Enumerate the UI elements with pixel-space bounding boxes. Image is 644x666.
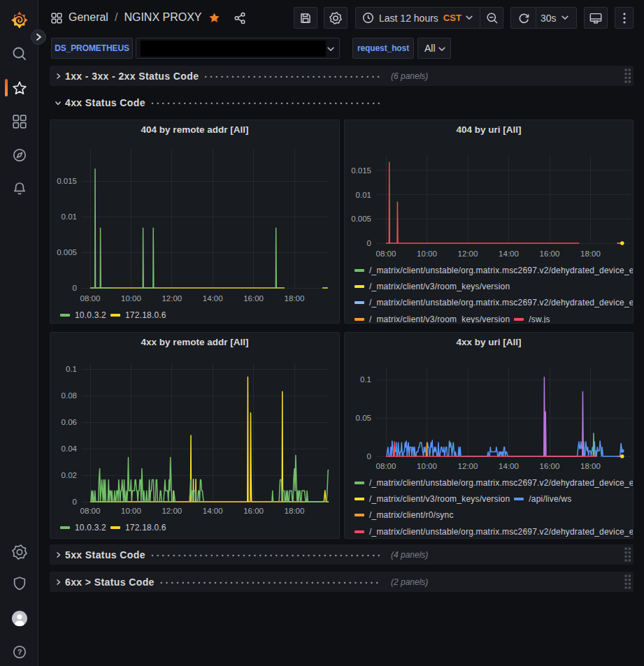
svg-text:16:00: 16:00 [540,249,560,258]
svg-text:16:00: 16:00 [540,462,560,470]
svg-text:0.05: 0.05 [356,414,371,422]
svg-text:08:00: 08:00 [80,294,101,303]
svg-text:0.1: 0.1 [360,375,371,384]
svg-text:08:00: 08:00 [376,249,396,258]
svg-text:0.01: 0.01 [62,212,77,221]
svg-text:08:00: 08:00 [80,507,101,515]
svg-text:16:00: 16:00 [243,294,264,303]
svg-text:0: 0 [367,239,371,247]
svg-text:08:00: 08:00 [376,462,396,470]
svg-text:0.04: 0.04 [62,444,78,453]
svg-text:14:00: 14:00 [499,249,519,258]
svg-text:14:00: 14:00 [203,294,223,303]
svg-text:0.02: 0.02 [62,471,77,479]
svg-text:0.01: 0.01 [356,191,371,199]
svg-text:0: 0 [73,498,77,506]
svg-text:18:00: 18:00 [580,462,601,470]
svg-text:18:00: 18:00 [580,249,601,258]
svg-text:14:00: 14:00 [499,462,519,470]
svg-text:0.015: 0.015 [57,177,77,185]
svg-text:0: 0 [367,452,371,461]
svg-text:10:00: 10:00 [417,249,437,258]
svg-text:10:00: 10:00 [417,462,437,470]
svg-text:12:00: 12:00 [458,249,478,258]
svg-text:0.015: 0.015 [351,166,371,175]
svg-text:12:00: 12:00 [162,294,182,303]
svg-text:0.005: 0.005 [57,248,77,256]
svg-text:0.005: 0.005 [351,215,371,223]
svg-text:16:00: 16:00 [243,507,264,515]
svg-text:18:00: 18:00 [285,507,305,515]
svg-text:?: ? [17,648,22,656]
svg-text:12:00: 12:00 [162,507,182,515]
svg-text:0.1: 0.1 [66,365,77,373]
svg-text:12:00: 12:00 [458,462,478,470]
svg-text:0: 0 [73,284,77,292]
svg-text:0.08: 0.08 [62,391,77,400]
svg-text:18:00: 18:00 [285,294,305,303]
svg-text:0.06: 0.06 [62,418,77,426]
svg-text:14:00: 14:00 [203,507,223,515]
svg-text:10:00: 10:00 [121,294,141,303]
svg-text:10:00: 10:00 [121,507,141,515]
